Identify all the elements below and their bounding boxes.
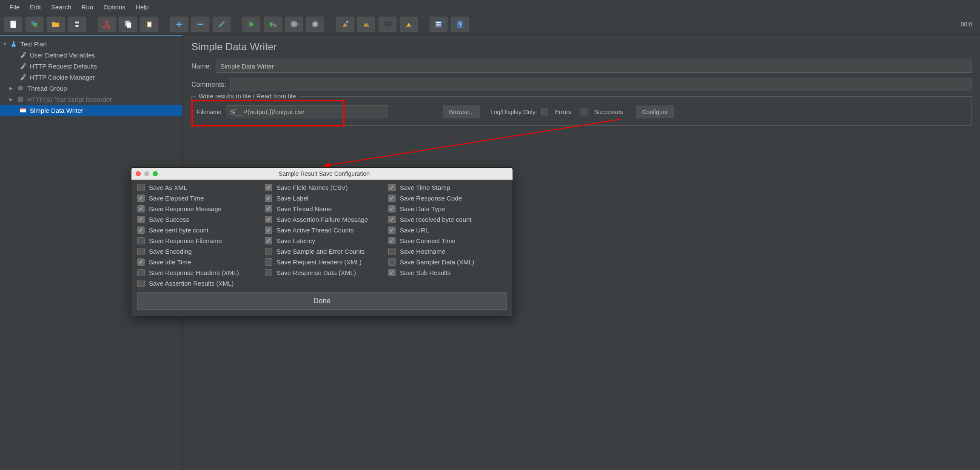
checkbox[interactable] — [137, 248, 145, 255]
checkbox[interactable] — [388, 184, 396, 191]
checkbox[interactable] — [137, 258, 145, 266]
check-item[interactable]: Save Elapsed Time — [137, 195, 265, 202]
check-item[interactable]: Save Time Stamp — [388, 184, 507, 191]
checkbox[interactable] — [137, 195, 145, 202]
reset-search-button[interactable] — [400, 17, 418, 32]
checkbox[interactable] — [137, 280, 145, 287]
configure-button[interactable]: Configure — [636, 106, 675, 118]
check-item[interactable]: Save Encoding — [137, 248, 265, 255]
shutdown-button[interactable] — [306, 17, 324, 32]
check-item[interactable]: Save Latency — [265, 237, 388, 244]
done-button[interactable]: Done — [137, 292, 507, 310]
paste-button[interactable] — [140, 17, 158, 32]
check-item[interactable]: Save As XML — [137, 184, 265, 191]
new-file-button[interactable] — [4, 17, 22, 32]
checkbox[interactable] — [388, 195, 396, 202]
checkbox[interactable] — [265, 226, 272, 234]
checkbox[interactable] — [265, 269, 272, 276]
check-item[interactable]: Save Idle Time — [137, 258, 265, 266]
comments-input[interactable] — [231, 78, 971, 91]
check-item[interactable]: Save Response Message — [137, 205, 265, 212]
checkbox[interactable] — [265, 258, 272, 266]
start-no-timers-button[interactable] — [264, 17, 282, 32]
check-item[interactable]: Save Assertion Failure Message — [265, 216, 388, 223]
check-item[interactable]: Save Response Headers (XML) — [137, 269, 265, 276]
checkbox[interactable] — [137, 237, 145, 244]
checkbox[interactable] — [265, 237, 272, 244]
collapse-button[interactable] — [191, 17, 209, 32]
function-helper-button[interactable] — [430, 17, 447, 32]
checkbox[interactable] — [137, 269, 145, 276]
tree-thread-group[interactable]: ▶ Thread Group — [0, 83, 182, 94]
menu-run[interactable]: Run — [77, 2, 99, 12]
expand-button[interactable] — [170, 17, 188, 32]
check-item[interactable]: Save Label — [265, 195, 388, 202]
expand-toggle-icon[interactable]: ▶ — [9, 86, 15, 91]
cut-button[interactable] — [98, 17, 116, 32]
start-button[interactable] — [242, 17, 260, 32]
check-item[interactable]: Save Assertion Results (XML) — [137, 280, 265, 287]
checkbox[interactable] — [388, 248, 396, 255]
expand-toggle-icon[interactable]: ▶ — [9, 97, 15, 102]
checkbox[interactable] — [137, 216, 145, 223]
name-input[interactable] — [216, 60, 971, 73]
menu-search[interactable]: Search — [46, 2, 77, 12]
check-item[interactable]: Save Response Data (XML) — [265, 269, 388, 276]
check-item[interactable]: Save Connect Time — [388, 237, 507, 244]
clear-all-button[interactable] — [357, 17, 375, 32]
check-item[interactable]: Save Response Code — [388, 195, 507, 202]
checkbox[interactable] — [265, 184, 272, 191]
check-item[interactable]: Save Sub Results — [388, 269, 507, 276]
errors-checkbox[interactable] — [541, 109, 548, 115]
help-button[interactable]: ? — [451, 17, 469, 32]
tree-http-request-defaults[interactable]: HTTP Request Defaults — [0, 60, 182, 72]
menu-help[interactable]: Help — [131, 2, 154, 12]
checkbox[interactable] — [388, 216, 396, 223]
toggle-button[interactable] — [213, 17, 231, 32]
tree-test-plan[interactable]: ▼ Test Plan — [0, 38, 182, 49]
tree-simple-data-writer[interactable]: Simple Data Writer — [0, 105, 182, 116]
check-item[interactable]: Save Active Thread Counts — [265, 226, 388, 234]
checkbox[interactable] — [137, 205, 145, 212]
checkbox[interactable] — [388, 237, 396, 244]
check-item[interactable]: Save Response Filename — [137, 237, 265, 244]
expand-toggle-icon[interactable]: ▼ — [3, 41, 9, 46]
search-button[interactable] — [379, 17, 396, 32]
check-item[interactable]: Save Sample and Error Counts — [265, 248, 388, 255]
open-button[interactable] — [47, 17, 65, 32]
browse-button[interactable]: Browse... — [443, 106, 480, 118]
successes-checkbox[interactable] — [581, 109, 587, 115]
copy-button[interactable] — [119, 17, 137, 32]
checkbox[interactable] — [265, 195, 272, 202]
check-item[interactable]: Save received byte count — [388, 216, 507, 223]
checkbox[interactable] — [388, 205, 396, 212]
menu-file[interactable]: File — [4, 2, 25, 12]
check-item[interactable]: Save Field Names (CSV) — [265, 184, 388, 191]
checkbox[interactable] — [265, 248, 272, 255]
tree-http-recorder[interactable]: ▶ HTTP(S) Test Script Recorder — [0, 94, 182, 105]
check-item[interactable]: Save Data Type — [388, 205, 507, 212]
tree-http-cookie-manager[interactable]: HTTP Cookie Manager — [0, 72, 182, 83]
menu-edit[interactable]: Edit — [25, 2, 46, 12]
stop-button[interactable]: STOP — [285, 17, 303, 32]
checkbox[interactable] — [265, 205, 272, 212]
checkbox[interactable] — [388, 269, 396, 276]
check-item[interactable]: Save Success — [137, 216, 265, 223]
checkbox[interactable] — [137, 184, 145, 191]
save-button[interactable] — [68, 17, 86, 32]
check-item[interactable]: Save sent byte count — [137, 226, 265, 234]
checkbox[interactable] — [265, 216, 272, 223]
tree-user-defined-variables[interactable]: User Defined Variables — [0, 49, 182, 60]
menu-options[interactable]: Options — [98, 2, 131, 12]
check-item[interactable]: Save Request Headers (XML) — [265, 258, 388, 266]
templates-button[interactable] — [26, 17, 43, 32]
checkbox[interactable] — [388, 258, 396, 266]
check-item[interactable]: Save Thread Name — [265, 205, 388, 212]
checkbox[interactable] — [388, 226, 396, 234]
filename-input[interactable] — [226, 105, 387, 118]
check-item[interactable]: Save Hostname — [388, 248, 507, 255]
checkbox[interactable] — [137, 226, 145, 234]
clear-button[interactable] — [336, 17, 354, 32]
check-item[interactable]: Save Sampler Data (XML) — [388, 258, 507, 266]
check-item[interactable]: Save URL — [388, 226, 507, 234]
